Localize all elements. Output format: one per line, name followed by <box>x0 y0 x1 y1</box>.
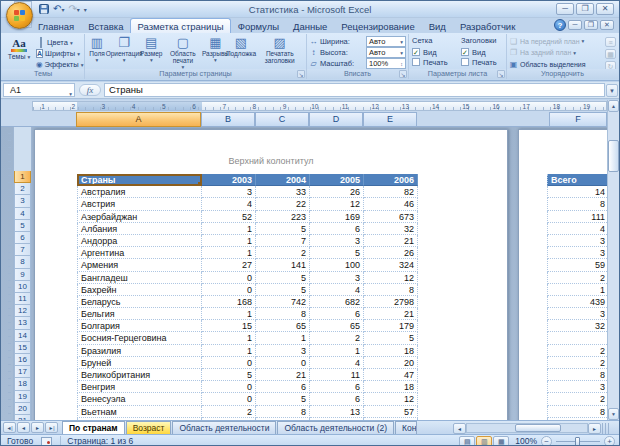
row-header[interactable]: 10 <box>14 281 31 293</box>
zoom-out-icon[interactable]: − <box>541 436 552 446</box>
country-cell[interactable]: Бразилия <box>77 345 202 357</box>
value-cell[interactable]: 6 <box>256 381 310 393</box>
horizontal-scroll-thumb[interactable] <box>515 424 561 432</box>
value-cell[interactable]: 0 <box>256 357 310 369</box>
row-header[interactable]: 17 <box>14 366 31 378</box>
dialog-launcher-icon[interactable]: ↘ <box>399 70 407 78</box>
total-cell[interactable]: 3 <box>547 247 609 259</box>
value-cell[interactable]: 27 <box>202 259 256 271</box>
value-cell[interactable]: 20 <box>364 357 418 369</box>
formula-input[interactable]: Страны <box>104 83 605 97</box>
row-header[interactable]: 5 <box>14 220 31 232</box>
redo-icon[interactable]: ↷▾ <box>68 3 79 16</box>
year-column-header[interactable]: 2004 <box>256 174 310 186</box>
total-cell[interactable]: 3 <box>547 235 609 247</box>
value-cell[interactable]: 5 <box>202 369 256 381</box>
value-cell[interactable]: 0 <box>202 284 256 296</box>
themes-item-button[interactable]: АШрифты▾ <box>36 48 83 59</box>
country-cell[interactable]: Бруней <box>77 357 202 369</box>
row-header[interactable]: 16 <box>14 354 31 366</box>
value-cell[interactable]: 324 <box>364 259 418 271</box>
ribbon-tab[interactable]: Главная <box>31 18 81 33</box>
page-setup-button[interactable]: ▤Размер▾ <box>140 35 162 69</box>
last-sheet-icon[interactable]: ►| <box>45 422 58 433</box>
value-cell[interactable]: 4 <box>202 198 256 210</box>
total-cell[interactable] <box>547 332 609 344</box>
total-cell[interactable]: 32 <box>547 320 609 332</box>
row-header[interactable]: 3 <box>14 195 31 207</box>
group-icon[interactable]: ▦ <box>605 49 616 59</box>
value-cell[interactable]: 0 <box>202 357 256 369</box>
selected-cell-countries-header[interactable]: Страны <box>77 174 202 186</box>
sheet-tab[interactable]: Кон <box>395 421 417 434</box>
total-cell[interactable]: 3 <box>547 308 609 320</box>
value-cell[interactable]: 7 <box>256 235 310 247</box>
workbook-close-button[interactable]: ✕ <box>600 20 614 30</box>
value-cell[interactable]: 3 <box>202 186 256 198</box>
value-cell[interactable]: 1 <box>202 223 256 235</box>
row-header[interactable]: 18 <box>14 378 31 390</box>
page-setup-button[interactable]: ▢Область печати▾ <box>162 35 203 69</box>
value-cell[interactable]: 168 <box>202 296 256 308</box>
fit-dropdown[interactable]: Авто▾ <box>366 47 406 58</box>
scroll-left-icon[interactable]: ◄ <box>453 423 466 434</box>
value-cell[interactable]: 6 <box>310 381 364 393</box>
totals-column-header[interactable]: Всего <box>547 174 609 186</box>
value-cell[interactable]: 47 <box>364 369 418 381</box>
row-header[interactable]: 11 <box>14 293 31 305</box>
value-cell[interactable]: 2 <box>256 247 310 259</box>
page-header-placeholder[interactable]: Верхний колонтитул <box>35 156 507 166</box>
zoom-slider-thumb[interactable] <box>575 437 580 446</box>
value-cell[interactable]: 18 <box>364 381 418 393</box>
zoom-level[interactable]: 100% <box>515 436 537 446</box>
value-cell[interactable]: 52 <box>202 211 256 223</box>
row-header[interactable]: 9 <box>14 269 31 281</box>
scroll-right-icon[interactable]: ► <box>588 423 601 434</box>
value-cell[interactable]: 169 <box>310 211 364 223</box>
total-cell[interactable]: 8 <box>547 198 609 210</box>
column-header[interactable]: E <box>363 112 417 127</box>
value-cell[interactable]: 0 <box>202 381 256 393</box>
scroll-down-icon[interactable]: ▼ <box>608 408 619 420</box>
value-cell[interactable]: 15 <box>202 320 256 332</box>
workbook-restore-button[interactable]: ❐ <box>584 20 598 30</box>
value-cell[interactable]: 141 <box>256 259 310 271</box>
value-cell[interactable]: 11 <box>310 369 364 381</box>
value-cell[interactable]: 5 <box>364 332 418 344</box>
value-cell[interactable]: 5 <box>310 247 364 259</box>
column-header[interactable]: B <box>201 112 255 127</box>
total-cell[interactable]: 4 <box>547 223 609 235</box>
checkbox-unchecked-icon[interactable] <box>461 58 469 66</box>
value-cell[interactable]: 2 <box>202 406 256 418</box>
scroll-up-icon[interactable]: ▲ <box>608 100 619 112</box>
sheet-tab[interactable]: Возраст <box>126 421 172 434</box>
column-header[interactable]: A <box>76 112 201 127</box>
ribbon-tab[interactable]: Формулы <box>231 18 286 33</box>
value-cell[interactable]: 2 <box>310 332 364 344</box>
total-cell[interactable]: 2 <box>547 345 609 357</box>
themes-item-button[interactable]: Цвета▾ <box>36 37 83 48</box>
value-cell[interactable]: 21 <box>256 369 310 381</box>
value-cell[interactable]: 179 <box>364 320 418 332</box>
year-column-header[interactable]: 2005 <box>310 174 364 186</box>
value-cell[interactable]: 2798 <box>364 296 418 308</box>
sheet-tab[interactable]: По странам <box>62 421 125 434</box>
value-cell[interactable]: 65 <box>310 320 364 332</box>
total-cell[interactable]: 2 <box>547 272 609 284</box>
row-header[interactable]: 14 <box>14 330 31 342</box>
value-cell[interactable]: 1 <box>256 332 310 344</box>
resize-grip[interactable] <box>602 423 609 434</box>
value-cell[interactable]: 4 <box>310 357 364 369</box>
total-cell[interactable]: 8 <box>547 369 609 381</box>
name-box-dropdown-icon[interactable]: ▾ <box>69 88 72 100</box>
value-cell[interactable]: 742 <box>256 296 310 308</box>
value-cell[interactable]: 46 <box>364 198 418 210</box>
value-cell[interactable]: 12 <box>364 272 418 284</box>
page-setup-button[interactable]: ▧Подложка <box>228 35 255 69</box>
value-cell[interactable]: 12 <box>310 198 364 210</box>
insert-function-button[interactable]: fx <box>79 84 101 96</box>
page-setup-button[interactable]: ▨Печатать заголовки <box>254 35 305 69</box>
country-cell[interactable]: Беларусь <box>77 296 202 308</box>
value-cell[interactable]: 1 <box>310 345 364 357</box>
value-cell[interactable]: 21 <box>364 308 418 320</box>
